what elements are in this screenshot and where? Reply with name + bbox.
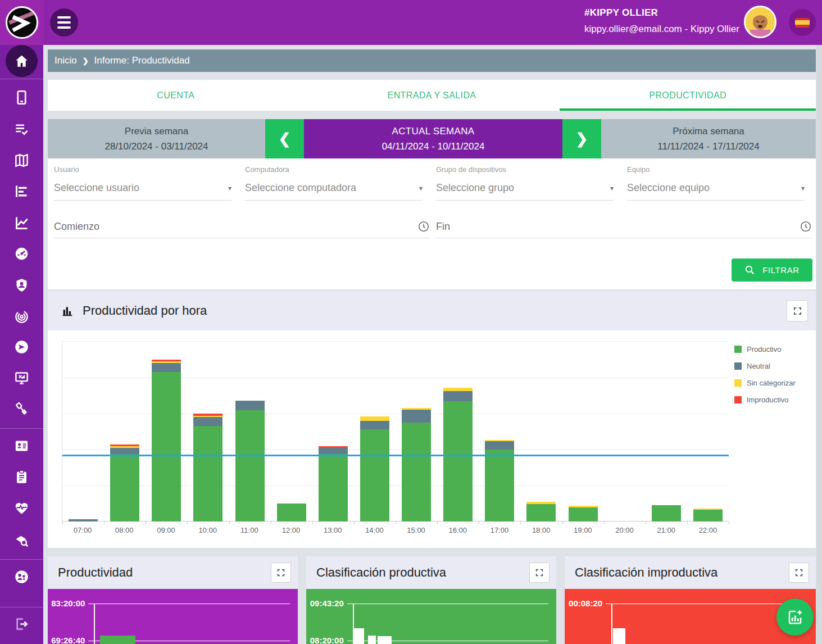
bar-18:00[interactable] bbox=[526, 342, 556, 521]
segment-productivo bbox=[319, 454, 348, 521]
mini-chart-bar[interactable] bbox=[378, 636, 392, 644]
segment-productivo bbox=[652, 505, 681, 521]
scrollbar-gutter[interactable] bbox=[816, 45, 822, 644]
sidebar-item-dashboard[interactable] bbox=[0, 242, 43, 265]
bar-07:00[interactable] bbox=[69, 342, 98, 521]
x-axis-tick bbox=[687, 521, 688, 524]
segment-neutral bbox=[360, 421, 389, 429]
bar-22:00[interactable] bbox=[693, 342, 723, 521]
add-chart-icon bbox=[787, 609, 803, 625]
segment-productivo bbox=[193, 426, 222, 521]
sidebar-item-reports[interactable] bbox=[0, 180, 43, 202]
sidebar-item-health[interactable] bbox=[0, 497, 43, 519]
sidebar-item-send[interactable] bbox=[0, 335, 43, 358]
breadcrumb-home[interactable]: Inicio bbox=[55, 55, 77, 66]
fullscreen-icon bbox=[793, 306, 802, 316]
sidebar-item-task-list[interactable] bbox=[0, 117, 43, 140]
logo-block[interactable] bbox=[0, 0, 43, 45]
sidebar-item-admin[interactable] bbox=[0, 274, 43, 296]
mini-chart-bar[interactable] bbox=[368, 636, 376, 644]
bar-19:00[interactable] bbox=[569, 342, 598, 521]
bar-15:00[interactable] bbox=[402, 342, 431, 521]
avatar[interactable] bbox=[744, 6, 776, 38]
x-label-18:00: 18:00 bbox=[524, 526, 558, 534]
sidebar-item-devices[interactable] bbox=[0, 86, 43, 108]
week-back-arrow-button[interactable]: ❮ bbox=[265, 119, 304, 158]
legend-swatch bbox=[734, 396, 742, 403]
bar-13:00[interactable] bbox=[319, 342, 348, 521]
hourly-productivity-panel: Productividad por hora 07:0008:0009:0010… bbox=[48, 291, 816, 548]
computadora-select[interactable]: Seleccione computadora ▾ bbox=[245, 182, 423, 201]
expand-clasificacion-improductiva-button[interactable] bbox=[789, 563, 809, 583]
bar-12:00[interactable] bbox=[277, 342, 306, 521]
filtrar-button-label: FILTRAR bbox=[762, 265, 800, 275]
usb-cable-icon bbox=[14, 401, 29, 416]
sidebar-item-map[interactable] bbox=[0, 149, 43, 171]
bar-14:00[interactable] bbox=[360, 342, 389, 521]
expand-hourly-button[interactable] bbox=[787, 300, 808, 321]
fullscreen-icon bbox=[535, 568, 544, 577]
hamburger-menu-button[interactable] bbox=[50, 8, 78, 37]
mini-chart-bar[interactable] bbox=[613, 628, 625, 644]
tab-entrada-y-salida[interactable]: ENTRADA Y SALIDA bbox=[304, 80, 560, 111]
bar-21:00[interactable] bbox=[652, 342, 681, 521]
bar-20:00[interactable] bbox=[610, 342, 639, 521]
fullscreen-icon bbox=[276, 568, 285, 577]
legend-label: Sin categorizar bbox=[747, 379, 796, 387]
sidebar-item-logout[interactable] bbox=[0, 613, 43, 635]
sidebar-item-audit[interactable] bbox=[0, 529, 43, 551]
y-tick-label: 00:08:20 bbox=[565, 598, 602, 608]
legend-item[interactable]: Sin categorizar bbox=[734, 379, 796, 387]
home-icon bbox=[14, 53, 29, 69]
sidebar-item-biometrics[interactable] bbox=[0, 305, 43, 327]
previous-week-button[interactable]: Previa semana 28/10/2024 - 03/11/2024 bbox=[48, 119, 265, 158]
clasificacion-improductiva-card: Clasificación improductiva 00:08:20 bbox=[565, 556, 816, 644]
equipo-select[interactable]: Seleccione equipo ▾ bbox=[627, 182, 805, 201]
legend-swatch bbox=[734, 346, 742, 353]
add-report-fab[interactable] bbox=[776, 598, 814, 636]
mini-chart-bar[interactable] bbox=[354, 628, 364, 644]
x-label-08:00: 08:00 bbox=[107, 526, 141, 534]
filtrar-button[interactable]: FILTRAR bbox=[732, 258, 812, 282]
x-axis-labels: 07:0008:0009:0010:0011:0012:0013:0014:00… bbox=[62, 526, 729, 537]
x-label-20:00: 20:00 bbox=[608, 526, 642, 534]
legend-item[interactable]: Productivo bbox=[734, 345, 796, 353]
expand-productividad-button[interactable] bbox=[271, 563, 291, 583]
current-week-display: ACTUAL SEMANA 04/11/2024 - 10/11/2024 bbox=[304, 119, 562, 158]
sidebar-item-clipboard[interactable] bbox=[0, 465, 43, 488]
expand-clasificacion-productiva-button[interactable] bbox=[529, 563, 549, 583]
fin-time-input[interactable]: Fin bbox=[436, 220, 812, 238]
next-week-button[interactable]: Próxima semana 11/11/2024 - 17/11/2024 bbox=[601, 119, 816, 158]
app-root: #KIPPY OLLIER kippy.ollier@email.com - K… bbox=[0, 0, 822, 644]
segment-productivo bbox=[277, 504, 306, 521]
x-label-16:00: 16:00 bbox=[441, 526, 475, 534]
people-icon bbox=[14, 569, 29, 584]
bar-09:00[interactable] bbox=[152, 342, 181, 521]
legend-item[interactable]: Neutral bbox=[734, 362, 796, 370]
bar-16:00[interactable] bbox=[443, 342, 473, 521]
sidebar-item-people[interactable] bbox=[0, 565, 43, 588]
mini-chart-bar[interactable] bbox=[100, 636, 135, 644]
x-label-15:00: 15:00 bbox=[399, 526, 433, 534]
usuario-select[interactable]: Seleccione usuario ▾ bbox=[54, 182, 231, 201]
sidebar-item-home[interactable] bbox=[6, 45, 38, 77]
x-axis-tick bbox=[354, 521, 355, 524]
week-forward-arrow-button[interactable]: ❯ bbox=[562, 119, 601, 158]
sidebar-item-remote-desktop[interactable] bbox=[0, 366, 43, 389]
sidebar-item-trends[interactable] bbox=[0, 211, 43, 234]
bar-11:00[interactable] bbox=[235, 342, 265, 521]
tab-cuenta[interactable]: CUENTA bbox=[48, 80, 304, 111]
shield-account-icon bbox=[14, 278, 29, 293]
sidebar-item-id-card[interactable] bbox=[0, 434, 43, 457]
comienzo-time-input[interactable]: Comienzo bbox=[54, 220, 430, 238]
bar-10:00[interactable] bbox=[193, 342, 222, 521]
user-email-name: kippy.ollier@email.com - Kippy Ollier bbox=[584, 24, 742, 35]
grupo-select[interactable]: Seleccione grupo ▾ bbox=[436, 182, 614, 201]
tab-productividad[interactable]: PRODUCTIVIDAD bbox=[560, 80, 816, 111]
language-button[interactable] bbox=[789, 9, 816, 36]
sidebar-item-usb[interactable] bbox=[0, 397, 43, 420]
bar-17:00[interactable] bbox=[485, 342, 514, 521]
legend-item[interactable]: Improductivo bbox=[734, 396, 796, 404]
bar-08:00[interactable] bbox=[110, 342, 139, 521]
comienzo-placeholder: Comienzo bbox=[54, 221, 99, 233]
